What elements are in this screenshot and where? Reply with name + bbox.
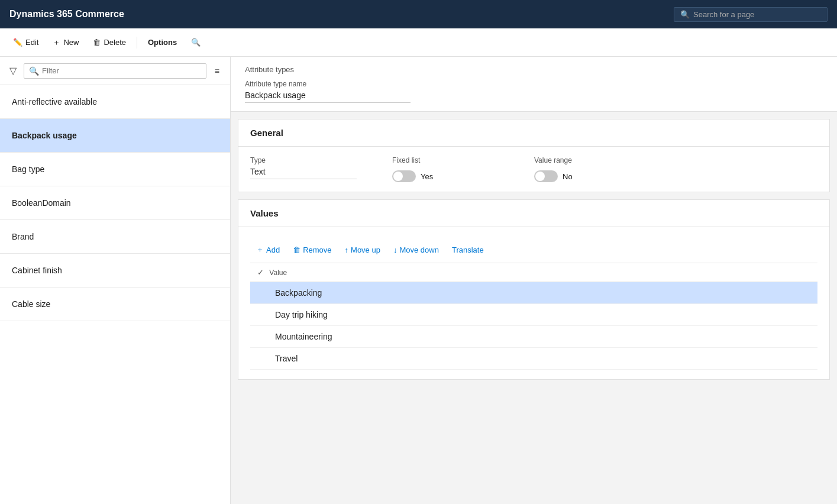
sidebar: ▽ 🔍 ≡ Anti-reflective available Backpack… [0, 57, 231, 504]
type-field-group: Type Text [250, 156, 357, 179]
fixed-list-toggle[interactable] [392, 170, 416, 182]
attr-type-name-label: Attribute type name [245, 80, 823, 88]
value-range-field-group: Value range No [534, 156, 641, 182]
sidebar-list: Anti-reflective available Backpack usage… [0, 85, 230, 504]
filter-input[interactable] [42, 66, 201, 75]
add-button[interactable]: ＋ Add [250, 241, 286, 258]
fixed-list-field-group: Fixed list Yes [392, 156, 499, 182]
values-table-header-row: ✓ Value [250, 263, 817, 282]
translate-button[interactable]: Translate [446, 243, 490, 257]
value-range-value: No [563, 172, 573, 181]
sidebar-sort-button[interactable]: ≡ [211, 64, 223, 78]
values-table-body: Backpacking Day trip hiking Mountaineeri… [250, 282, 817, 370]
sort-icon: ≡ [215, 66, 219, 76]
type-value: Text [250, 167, 357, 179]
values-section-header: Values [238, 200, 829, 227]
toolbar: ✏️ Edit ＋ New 🗑 Delete Options 🔍 [0, 28, 837, 57]
value-cell: Backpacking [250, 282, 817, 304]
value-range-toggle[interactable] [534, 170, 558, 182]
sidebar-item-cable-size[interactable]: Cable size [0, 287, 230, 321]
edit-icon: ✏️ [13, 38, 22, 47]
search-input[interactable] [693, 10, 817, 19]
search-toolbar-button[interactable]: 🔍 [185, 34, 206, 50]
add-icon: ＋ [256, 244, 264, 255]
move-down-button[interactable]: ↓ Move down [387, 243, 445, 257]
table-row[interactable]: Backpacking [250, 282, 817, 304]
filter-icon: ▽ [9, 66, 17, 76]
filter-search-icon: 🔍 [29, 66, 39, 76]
search-bar[interactable]: 🔍 [674, 7, 828, 22]
value-cell: Day trip hiking [250, 304, 817, 326]
sidebar-item-cabinet-finish[interactable]: Cabinet finish [0, 254, 230, 287]
value-cell: Travel [250, 348, 817, 370]
content-header: Attribute types Attribute type name Back… [231, 57, 837, 112]
values-table: ✓ Value Backpacking [250, 263, 817, 370]
table-row[interactable]: Travel [250, 348, 817, 370]
sidebar-item-anti-reflective[interactable]: Anti-reflective available [0, 85, 230, 119]
top-bar: Dynamics 365 Commerce 🔍 [0, 0, 837, 28]
general-section-body: Type Text Fixed list Yes Value range [238, 147, 829, 192]
search-icon: 🔍 [680, 10, 690, 19]
search-toolbar-icon: 🔍 [191, 38, 201, 47]
edit-button[interactable]: ✏️ Edit [7, 34, 44, 50]
remove-button[interactable]: 🗑 Remove [287, 243, 337, 257]
move-up-button[interactable]: ↑ Move up [339, 243, 386, 257]
fixed-list-toggle-row: Yes [392, 170, 499, 182]
fixed-list-label: Fixed list [392, 156, 499, 164]
content-area: Attribute types Attribute type name Back… [231, 57, 837, 504]
move-up-icon: ↑ [345, 245, 349, 254]
table-row[interactable]: Mountaineering [250, 326, 817, 348]
attr-type-name-value: Backpack usage [245, 91, 411, 103]
options-button[interactable]: Options [142, 34, 183, 50]
toolbar-divider [137, 37, 137, 49]
delete-icon: 🗑 [93, 38, 101, 47]
general-section: General Type Text Fixed list Yes [238, 119, 830, 192]
general-section-header: General [238, 119, 829, 147]
sidebar-filter-row: ▽ 🔍 ≡ [0, 57, 230, 85]
app-title: Dynamics 365 Commerce [9, 9, 124, 20]
sidebar-item-boolean-domain[interactable]: BooleanDomain [0, 186, 230, 220]
sidebar-item-bag-type[interactable]: Bag type [0, 153, 230, 186]
values-section: Values ＋ Add 🗑 Remove ↑ Move up [238, 199, 830, 380]
value-col-header: ✓ Value [250, 263, 817, 282]
values-section-body: ＋ Add 🗑 Remove ↑ Move up ↓ Move down [238, 227, 829, 379]
new-button[interactable]: ＋ New [47, 34, 85, 51]
table-row[interactable]: Day trip hiking [250, 304, 817, 326]
value-range-toggle-row: No [534, 170, 641, 182]
remove-icon: 🗑 [293, 245, 300, 254]
values-toolbar: ＋ Add 🗑 Remove ↑ Move up ↓ Move down [250, 237, 817, 263]
value-range-label: Value range [534, 156, 641, 164]
main-layout: ▽ 🔍 ≡ Anti-reflective available Backpack… [0, 57, 837, 504]
delete-button[interactable]: 🗑 Delete [87, 34, 132, 50]
fixed-list-value: Yes [421, 172, 433, 181]
new-icon: ＋ [53, 37, 60, 48]
move-down-icon: ↓ [393, 245, 398, 254]
filter-input-wrap: 🔍 [24, 63, 206, 79]
value-cell: Mountaineering [250, 326, 817, 348]
type-label: Type [250, 156, 357, 164]
filter-icon-button[interactable]: ▽ [7, 63, 19, 79]
check-icon: ✓ [257, 268, 264, 277]
general-fields: Type Text Fixed list Yes Value range [250, 156, 817, 182]
sidebar-item-brand[interactable]: Brand [0, 220, 230, 254]
sidebar-item-backpack-usage[interactable]: Backpack usage [0, 119, 230, 153]
section-breadcrumb: Attribute types [245, 65, 823, 74]
